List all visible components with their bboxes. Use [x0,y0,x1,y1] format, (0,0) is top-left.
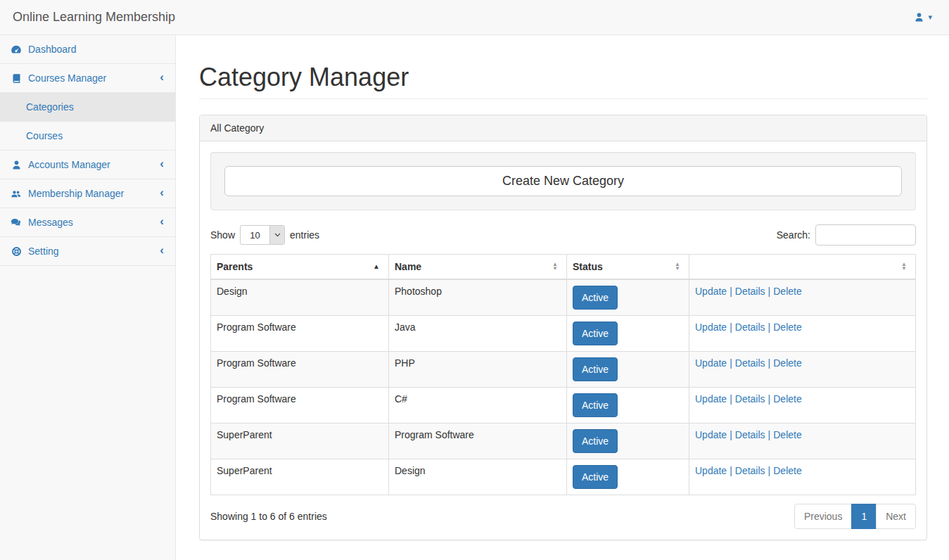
chevron-left-icon: ‹ [160,157,164,171]
create-new-category-button[interactable]: Create New Category [224,166,902,196]
page-title: Category Manager [199,63,927,99]
update-link[interactable]: Update [695,357,727,369]
life-ring-icon [11,246,22,257]
table-row: Design Photoshop Active Update|Details|D… [211,279,916,316]
page-length-value: 10 [241,226,269,244]
sort-both-icon: ▲▼ [901,262,907,271]
cell-name: PHP [389,352,567,388]
user-icon [11,160,22,170]
sidebar-item-label: Setting [28,246,59,257]
page-length-select[interactable]: 10 [240,225,285,245]
sidebar-item-dashboard[interactable]: Dashboard [0,35,175,64]
search-input[interactable] [815,224,916,246]
details-link[interactable]: Details [735,465,765,476]
entries-label: entries [290,229,319,241]
sidebar-item-categories[interactable]: Categories [0,93,175,122]
cell-actions: Update|Details|Delete [689,424,916,459]
delete-link[interactable]: Delete [773,393,801,405]
pagination: Previous 1 Next [794,504,916,529]
update-link[interactable]: Update [695,286,727,297]
previous-page-button[interactable]: Previous [794,504,852,529]
page-1-button[interactable]: 1 [851,504,877,529]
cell-name: Design [389,459,567,495]
panel-body: Create New Category Show 10 entries [200,141,926,540]
select-caret-icon [269,226,284,244]
details-link[interactable]: Details [735,357,765,369]
book-icon [11,73,22,84]
cell-actions: Update|Details|Delete [689,279,916,316]
comments-icon [11,217,22,228]
update-link[interactable]: Update [695,393,727,405]
update-link[interactable]: Update [695,322,727,333]
sidebar-item-messages[interactable]: Messages ‹ [0,208,175,237]
sort-asc-icon: ▲ [373,263,380,270]
table-row: Program Software Java Active Update|Deta… [211,316,916,352]
page-length-control: Show 10 entries [210,225,319,245]
categories-table: Parents ▲ Name ▲▼ Status ▲▼ [210,254,916,495]
sidebar-item-label: Dashboard [28,44,77,55]
table-controls: Show 10 entries Search: [210,224,916,246]
cell-parent: Program Software [211,352,389,388]
column-header-status[interactable]: Status ▲▼ [567,255,689,280]
sidebar-item-setting[interactable]: Setting ‹ [0,237,175,266]
sidebar-item-membership-manager[interactable]: Membership Manager ‹ [0,179,175,208]
chevron-left-icon: ‹ [160,70,164,84]
chevron-left-icon: ‹ [160,186,164,200]
sort-both-icon: ▲▼ [675,262,680,271]
cell-name: Program Software [389,424,567,459]
user-icon [914,12,924,23]
column-header-parents[interactable]: Parents ▲ [211,255,389,280]
delete-link[interactable]: Delete [773,286,801,297]
sidebar-item-courses[interactable]: Courses [0,122,175,151]
status-active-button[interactable]: Active [573,286,618,310]
cell-parent: SuperParent [211,424,389,459]
sidebar-item-label: Messages [28,217,73,228]
dashboard-icon [11,44,22,55]
table-footer: Showing 1 to 6 of 6 entries Previous 1 N… [210,504,916,529]
app-window: Online Learning Membership ▾ Dashboard C… [0,0,949,560]
cell-parent: Design [211,279,389,316]
status-active-button[interactable]: Active [573,393,618,417]
sidebar-item-label: Accounts Manager [28,159,110,170]
show-label: Show [210,229,235,241]
sidebar-item-accounts-manager[interactable]: Accounts Manager ‹ [0,151,175,179]
cell-name: Photoshop [389,279,567,316]
column-header-actions[interactable]: ▲▼ [689,255,916,280]
status-active-button[interactable]: Active [573,357,618,381]
sidebar-item-courses-manager[interactable]: Courses Manager ‹ [0,64,175,93]
cell-parent: Program Software [211,316,389,352]
delete-link[interactable]: Delete [773,429,801,440]
details-link[interactable]: Details [735,286,765,297]
chevron-left-icon: ‹ [160,243,164,257]
cell-actions: Update|Details|Delete [689,459,916,495]
status-active-button[interactable]: Active [573,322,618,345]
details-link[interactable]: Details [735,322,765,333]
update-link[interactable]: Update [695,465,727,476]
delete-link[interactable]: Delete [773,322,801,333]
table-header-row: Parents ▲ Name ▲▼ Status ▲▼ [211,255,916,280]
sort-both-icon: ▲▼ [552,262,558,271]
details-link[interactable]: Details [735,429,765,440]
sidebar-item-label: Courses Manager [28,72,106,84]
sidebar-item-label: Membership Manager [28,188,124,199]
status-active-button[interactable]: Active [573,465,618,489]
top-navbar: Online Learning Membership ▾ [0,0,949,35]
brand-title[interactable]: Online Learning Membership [13,10,175,25]
sidebar: Dashboard Courses Manager ‹ Categories C… [0,35,176,560]
delete-link[interactable]: Delete [773,357,801,369]
user-menu-toggle[interactable]: ▾ [910,9,936,25]
sidebar-item-label: Courses [26,130,63,141]
all-category-panel: All Category Create New Category Show 10 [199,115,927,540]
table-row: SuperParent Program Software Active Upda… [211,424,916,459]
status-active-button[interactable]: Active [573,429,618,453]
details-link[interactable]: Details [735,393,765,405]
next-page-button[interactable]: Next [876,504,916,529]
delete-link[interactable]: Delete [773,465,801,476]
update-link[interactable]: Update [695,429,727,440]
column-header-name[interactable]: Name ▲▼ [389,255,567,280]
caret-down-icon: ▾ [928,13,932,21]
table-row: SuperParent Design Active Update|Details… [211,459,916,495]
chevron-left-icon: ‹ [160,215,164,229]
cell-parent: Program Software [211,388,389,424]
cell-name: C# [389,388,567,424]
